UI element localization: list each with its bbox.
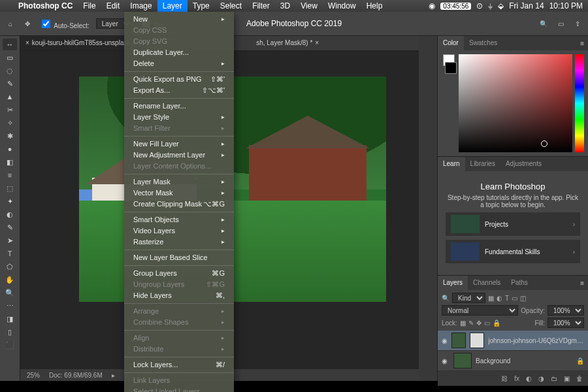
- share-icon[interactable]: ⇪: [572, 18, 583, 29]
- layer-thumb[interactable]: [451, 333, 466, 348]
- tool-15[interactable]: ➤: [3, 235, 17, 246]
- menu-item-rename-layer-[interactable]: Rename Layer...: [124, 101, 234, 112]
- tool-6[interactable]: ✧: [3, 117, 17, 129]
- tool-16[interactable]: T: [3, 248, 17, 259]
- tab-channels[interactable]: Channels: [468, 276, 506, 290]
- tool-0[interactable]: ↔: [3, 39, 17, 50]
- filter-adjust-icon[interactable]: ◐: [497, 295, 502, 302]
- tab-learn[interactable]: Learn: [438, 157, 465, 171]
- menubar-time[interactable]: 10:10 PM: [549, 1, 583, 10]
- menu-item-new-layer-based-slice[interactable]: New Layer Based Slice: [124, 252, 234, 263]
- tool-18[interactable]: ✋: [3, 274, 17, 286]
- menu-layer[interactable]: Layer: [157, 0, 188, 12]
- layer-mask-thumb[interactable]: [470, 333, 484, 348]
- layer-thumb[interactable]: [453, 353, 472, 368]
- menubar-date[interactable]: Fri Jan 14: [509, 1, 544, 10]
- tool-12[interactable]: ✦: [3, 195, 17, 207]
- status-icon[interactable]: ⊙: [476, 1, 483, 10]
- opacity-input[interactable]: 100%: [547, 305, 584, 316]
- filter-pixel-icon[interactable]: ▦: [488, 295, 494, 302]
- visibility-icon[interactable]: ◉: [442, 337, 448, 344]
- arrow-right-icon[interactable]: ▸: [112, 372, 115, 379]
- menu-item-new-adjustment-layer[interactable]: New Adjustment Layer: [124, 150, 234, 161]
- layer-style-icon[interactable]: fx: [514, 375, 519, 382]
- panel-dock-strip[interactable]: [419, 36, 437, 381]
- tool-9[interactable]: ◧: [3, 156, 17, 168]
- menu-window[interactable]: Window: [323, 0, 361, 12]
- color-field[interactable]: [459, 54, 572, 152]
- record-icon[interactable]: ◉: [429, 1, 435, 10]
- tool-1[interactable]: ▭: [3, 52, 17, 63]
- lock-position-icon[interactable]: ✥: [476, 319, 482, 327]
- tool-3[interactable]: ✎: [3, 78, 17, 90]
- lock-artboard-icon[interactable]: ▭: [484, 319, 490, 327]
- menu-item-quick-export-as-png[interactable]: Quick Export as PNG⇧⌘': [124, 74, 234, 85]
- menu-item-rasterize[interactable]: Rasterize: [124, 237, 234, 248]
- adjustment-layer-icon[interactable]: ◑: [538, 375, 544, 382]
- tool-4[interactable]: ▲: [3, 91, 17, 103]
- tab-layers[interactable]: Layers: [438, 276, 468, 290]
- menu-filter[interactable]: Filter: [247, 0, 275, 12]
- menu-item-export-as-[interactable]: Export As...⇧⌥⌘': [124, 85, 234, 96]
- learn-card-fundamentals[interactable]: Fundamental Skills›: [446, 240, 580, 263]
- tool-22[interactable]: ▯: [3, 326, 17, 338]
- home-icon[interactable]: ⌂: [5, 18, 16, 29]
- menu-item-layer-mask[interactable]: Layer Mask: [124, 176, 234, 188]
- menu-item-video-layers[interactable]: Video Layers: [124, 225, 234, 237]
- link-layers-icon[interactable]: ⛓: [501, 375, 508, 382]
- menu-item-hide-layers[interactable]: Hide Layers⌘,: [124, 290, 234, 301]
- menu-item-duplicate-layer-[interactable]: Duplicate Layer...: [124, 47, 234, 58]
- new-layer-icon[interactable]: ▣: [564, 375, 570, 382]
- menu-item-create-clipping-mask[interactable]: Create Clipping Mask⌥⌘G: [124, 199, 234, 210]
- tool-13[interactable]: ◐: [3, 208, 17, 220]
- tool-23[interactable]: ⬛: [3, 339, 17, 351]
- auto-select-check[interactable]: Auto-Select:: [39, 18, 90, 30]
- fill-input[interactable]: 100%: [547, 318, 584, 328]
- move-tool-icon[interactable]: ✥: [22, 18, 33, 29]
- menu-item-lock-layers-[interactable]: Lock Layers...⌘/: [124, 359, 234, 370]
- layer-name[interactable]: johnson-johnson-U6Q6zVDgmSs-unsplash: [488, 337, 584, 344]
- workspace-icon[interactable]: ▭: [555, 18, 566, 29]
- layer-mask-icon[interactable]: ◐: [526, 375, 532, 382]
- menu-item-new[interactable]: New: [124, 14, 234, 25]
- menu-edit[interactable]: Edit: [101, 0, 125, 12]
- menu-type[interactable]: Type: [188, 0, 215, 12]
- tab-libraries[interactable]: Libraries: [465, 157, 500, 171]
- panel-menu-icon[interactable]: ≡: [576, 280, 588, 287]
- menu-image[interactable]: Image: [125, 0, 157, 12]
- lock-brush-icon[interactable]: ✎: [468, 319, 474, 327]
- hue-slider[interactable]: [575, 54, 584, 152]
- layer-name[interactable]: Background: [476, 357, 510, 365]
- tool-20[interactable]: ⋯: [3, 300, 17, 312]
- search-icon[interactable]: 🔍: [538, 18, 549, 29]
- menu-item-layer-style[interactable]: Layer Style: [124, 112, 234, 123]
- tool-14[interactable]: ✎: [3, 221, 17, 233]
- learn-card-projects[interactable]: Projects›: [446, 212, 580, 236]
- wifi-icon[interactable]: ⏚: [488, 1, 493, 10]
- panel-menu-icon[interactable]: ≡: [576, 40, 588, 47]
- app-name[interactable]: Photoshop CC: [13, 0, 78, 12]
- layer-row[interactable]: ◉ Background 🔒: [438, 351, 588, 371]
- background-swatch[interactable]: [445, 62, 457, 74]
- group-icon[interactable]: 🗀: [551, 375, 557, 382]
- doc-tab-2[interactable]: sh, Layer Mask/8) *×: [251, 36, 324, 50]
- close-icon[interactable]: ×: [315, 36, 319, 50]
- filter-smart-icon[interactable]: ◫: [520, 295, 526, 302]
- tab-adjustments[interactable]: Adjustments: [500, 157, 547, 171]
- menu-select[interactable]: Select: [215, 0, 247, 12]
- tool-17[interactable]: ⬠: [3, 261, 17, 272]
- menu-view[interactable]: View: [295, 0, 323, 12]
- filter-shape-icon[interactable]: ▭: [512, 295, 517, 302]
- zoom-level[interactable]: 25%: [27, 372, 40, 379]
- tool-10[interactable]: ≡: [3, 169, 17, 181]
- menu-file[interactable]: File: [78, 0, 101, 12]
- tab-swatches[interactable]: Swatches: [464, 36, 502, 50]
- menu-item-delete[interactable]: Delete: [124, 58, 234, 69]
- filter-kind-select[interactable]: Kind: [452, 293, 485, 303]
- blend-mode-select[interactable]: Normal: [442, 305, 518, 316]
- tool-21[interactable]: ◨: [3, 313, 17, 325]
- layer-row[interactable]: ◉ johnson-johnson-U6Q6zVDgmSs-unsplash: [438, 331, 588, 351]
- filter-type-icon[interactable]: T: [505, 295, 509, 302]
- tab-color[interactable]: Color: [438, 36, 464, 50]
- tool-8[interactable]: ●: [3, 143, 17, 155]
